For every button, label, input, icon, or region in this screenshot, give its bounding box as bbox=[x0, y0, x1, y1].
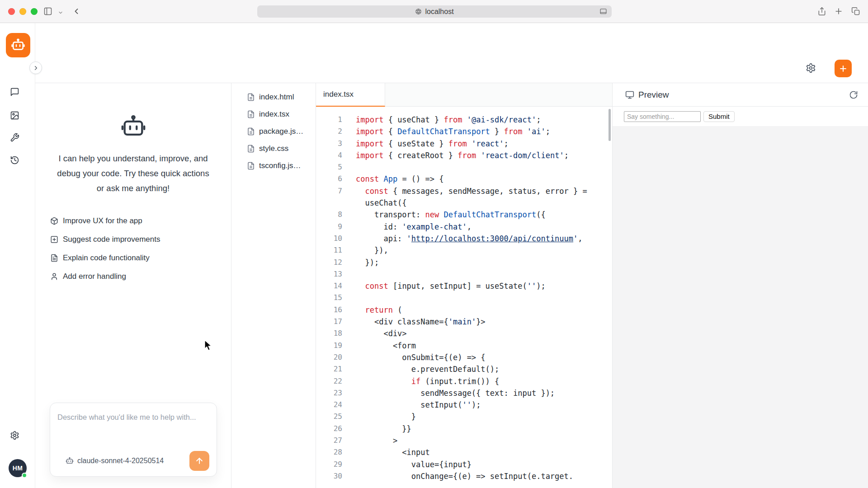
line-number: 29 bbox=[316, 459, 342, 470]
file-item-tsconfig-js[interactable]: tsconfig.js… bbox=[231, 157, 316, 174]
chevron-down-icon[interactable] bbox=[58, 9, 63, 14]
user-avatar[interactable]: HM bbox=[9, 459, 27, 477]
file-name: package.js… bbox=[259, 127, 303, 136]
code-line-30: 30 onChange={(e) => setInput(e.target. bbox=[316, 470, 612, 482]
code-text: <form bbox=[342, 340, 416, 352]
code-text: }), bbox=[342, 244, 388, 256]
quick-action-suggest-improvements[interactable]: Suggest code improvements bbox=[50, 234, 231, 245]
address-bar[interactable]: localhost bbox=[257, 5, 612, 18]
line-number: 27 bbox=[316, 435, 342, 446]
send-button[interactable] bbox=[189, 451, 209, 471]
code-line-16: 16 return ( bbox=[316, 304, 612, 316]
line-number: 11 bbox=[316, 244, 342, 256]
code-text: value={input} bbox=[342, 459, 472, 470]
file-item-index-html[interactable]: index.html bbox=[231, 89, 316, 106]
model-selector[interactable]: claude-sonnet-4-20250514 bbox=[77, 457, 186, 465]
tools-icon[interactable] bbox=[10, 133, 19, 142]
code-line-26: 26 }} bbox=[316, 423, 612, 435]
file-explorer: index.htmlindex.tsxpackage.js…style.csst… bbox=[231, 83, 316, 488]
app-logo[interactable] bbox=[6, 33, 30, 57]
preview-header: Preview bbox=[613, 83, 868, 107]
code-line-29: 29 value={input} bbox=[316, 459, 612, 470]
chat-icon[interactable] bbox=[10, 87, 19, 97]
close-window-button[interactable] bbox=[8, 8, 15, 15]
code-line-2: 2import { DefaultChatTransport } from 'a… bbox=[316, 126, 612, 137]
quick-action-error-handling[interactable]: Add error handling bbox=[50, 271, 231, 282]
chat-input-placeholder[interactable]: Describe what you'd like me to help with… bbox=[50, 403, 217, 422]
code-line-17: 17 <div className={'main'}> bbox=[316, 316, 612, 328]
preview-submit-button[interactable]: Submit bbox=[703, 111, 735, 122]
line-number: 9 bbox=[316, 221, 342, 233]
online-status-dot bbox=[22, 473, 27, 478]
new-project-button[interactable] bbox=[835, 60, 852, 77]
screen: localhost bbox=[0, 0, 868, 488]
code-text: <input bbox=[342, 446, 430, 458]
code-text bbox=[342, 292, 356, 304]
header-settings-icon[interactable] bbox=[806, 63, 816, 73]
expand-sidebar-button[interactable] bbox=[29, 61, 42, 74]
line-number: 14 bbox=[316, 280, 342, 292]
editor-scrollbar[interactable] bbox=[609, 109, 611, 141]
code-line-25: 25 } bbox=[316, 411, 612, 422]
quick-action-explain-code[interactable]: Explain code functionality bbox=[50, 253, 231, 263]
preview-chat-input[interactable] bbox=[624, 111, 701, 122]
code-text: return ( bbox=[342, 304, 402, 316]
tab-layout-icon[interactable] bbox=[599, 8, 607, 15]
image-icon[interactable] bbox=[10, 111, 19, 120]
tab-overview-icon[interactable] bbox=[851, 7, 860, 16]
code-line-13: 13 bbox=[316, 268, 612, 280]
code-lines[interactable]: 1import { useChat } from '@ai-sdk/react'… bbox=[316, 107, 612, 482]
file-name: tsconfig.js… bbox=[259, 161, 301, 170]
settings-gear-icon[interactable] bbox=[10, 431, 19, 440]
minimize-window-button[interactable] bbox=[19, 8, 26, 15]
preview-title: Preview bbox=[638, 90, 845, 100]
back-icon[interactable] bbox=[72, 7, 81, 16]
editor-tab-bar: index.tsx bbox=[316, 83, 612, 107]
code-line-11: 11 }), bbox=[316, 244, 612, 256]
zoom-window-button[interactable] bbox=[31, 8, 38, 15]
file-icon bbox=[247, 145, 255, 153]
code-text: > bbox=[342, 435, 397, 446]
assistant-intro-line: I can help you understand, improve, and bbox=[57, 151, 209, 166]
globe-icon bbox=[415, 8, 422, 15]
code-text: const [input, setInput] = useState(''); bbox=[342, 280, 546, 292]
code-line-23: 23 sendMessage({ text: input }); bbox=[316, 387, 612, 399]
line-number: 17 bbox=[316, 316, 342, 328]
line-number: 19 bbox=[316, 340, 342, 352]
code-text bbox=[342, 268, 356, 280]
assistant-intro-line: debug your code. Try these quick actions bbox=[57, 166, 209, 181]
line-number: 4 bbox=[316, 150, 342, 161]
code-text bbox=[342, 161, 356, 173]
preview-app-form: Submit bbox=[613, 107, 868, 126]
history-icon[interactable] bbox=[10, 155, 19, 165]
file-item-index-tsx[interactable]: index.tsx bbox=[231, 106, 316, 123]
quick-action-improve-ux[interactable]: Improve UX for the app bbox=[50, 216, 231, 226]
document-icon bbox=[50, 254, 58, 262]
chat-composer[interactable]: Describe what you'd like me to help with… bbox=[50, 403, 217, 477]
file-name: index.html bbox=[259, 93, 294, 102]
model-robot-icon bbox=[66, 457, 74, 465]
code-text: onChange={(e) => setInput(e.target. bbox=[342, 470, 573, 482]
refresh-icon[interactable] bbox=[849, 90, 858, 99]
share-icon[interactable] bbox=[817, 7, 826, 16]
line-number: 26 bbox=[316, 423, 342, 435]
code-line-27: 27 > bbox=[316, 435, 612, 446]
file-list: index.htmlindex.tsxpackage.js…style.csst… bbox=[231, 89, 316, 174]
line-number: 28 bbox=[316, 446, 342, 458]
code-line-5: 5 bbox=[316, 161, 612, 173]
line-number: 10 bbox=[316, 233, 342, 244]
file-item-package-js[interactable]: package.js… bbox=[231, 123, 316, 140]
code-line-10: 10 api: 'http://localhost:3000/api/conti… bbox=[316, 233, 612, 244]
new-tab-icon[interactable] bbox=[834, 7, 843, 16]
file-item-style-css[interactable]: style.css bbox=[231, 140, 316, 157]
code-line-7: 7 const { messages, sendMessage, status,… bbox=[316, 185, 612, 197]
line-number: 2 bbox=[316, 126, 342, 137]
code-text: import { createRoot } from 'react-dom/cl… bbox=[342, 150, 569, 161]
line-number: 22 bbox=[316, 375, 342, 387]
preview-panel: Preview Submit bbox=[613, 83, 868, 488]
robot-icon bbox=[120, 114, 146, 140]
sidebar-toggle-icon[interactable] bbox=[43, 7, 52, 16]
code-line-21: 21 e.preventDefault(); bbox=[316, 363, 612, 375]
tab-index-tsx[interactable]: index.tsx bbox=[316, 83, 385, 107]
code-line-19: 19 <form bbox=[316, 340, 612, 352]
